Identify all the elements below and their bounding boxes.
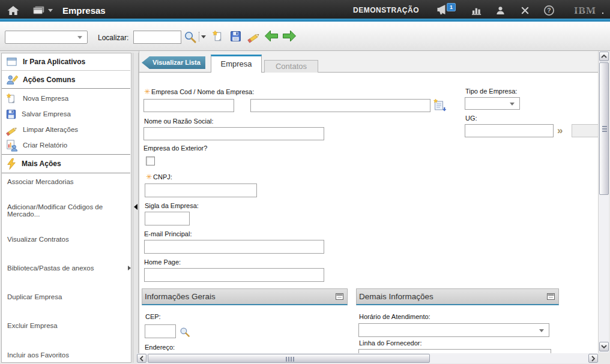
ug-input[interactable] [465,124,554,137]
save-button[interactable] [229,29,242,43]
empresa-cod-nome-label: ✳Empresa Cod / Nome da Empresa: [144,88,254,96]
chevron-down-icon [201,35,206,38]
collapse-sidebar-handle[interactable] [134,204,137,210]
sidebar-item-excluir-empresa[interactable]: Excluir Empresa [2,318,136,333]
user-icon [495,5,506,16]
new-document-icon [5,92,18,105]
home-button[interactable] [6,5,20,16]
application-window: Empresas DEMONSTRAÇÃO 1 ? IBM [0,0,610,364]
required-icon: ✳ [146,173,152,181]
nome-razao-label: Nome ou Razão Social: [144,118,214,125]
tab-empresa[interactable]: Empresa [211,55,262,73]
user-button[interactable] [495,5,506,16]
arrow-right-icon [282,29,297,43]
sidebar-item-associar-mercadorias[interactable]: Associar Mercadorias [2,175,136,189]
chevron-down-icon [510,103,515,106]
notification-badge: 1 [447,3,456,11]
horizontal-scrollbar[interactable] [137,353,598,363]
sidebar-item-criar-relatorio[interactable]: Criar Relatório [2,137,134,153]
lightning-icon [6,158,17,170]
vertical-scrollbar-thumb[interactable] [599,62,609,195]
scroll-up-button[interactable] [599,52,609,61]
empresa-nome-input[interactable] [250,99,430,112]
divider [2,154,130,155]
selected-value [465,100,468,107]
localizar-input[interactable] [133,31,181,44]
email-input[interactable] [144,240,324,254]
windows-stack-icon [32,5,46,16]
sidebar-item-visualizar-contratos[interactable]: Visualizar Contratos [2,232,136,246]
close-button[interactable] [520,5,530,15]
search-options-button[interactable] [199,32,208,41]
ug-expand-button[interactable]: » [557,127,563,135]
new-button[interactable] [211,29,225,43]
chevron-down-icon [48,9,53,12]
tipo-empresa-select[interactable] [465,97,520,110]
lookup-list-icon [432,98,447,113]
sidebar-item-ir-para-aplicativos[interactable]: Ir Para Aplicativos [2,53,134,70]
forward-button[interactable] [282,29,297,43]
sidebar-item-label: Biblioteca/Pastas de anexos [7,264,94,272]
context-combobox[interactable] [5,31,88,44]
sidebar-item-label: Salvar Empresa [22,110,71,118]
sigla-input[interactable] [145,212,190,225]
user-edit-icon [6,74,18,86]
homepage-input[interactable] [144,268,324,282]
vertical-scrollbar[interactable] [598,51,609,353]
empresa-exterior-label: Empresa do Exterior? [143,145,207,152]
sidebar-header-mais-acoes: Mais Ações [2,155,134,172]
horizontal-scrollbar-thumb[interactable] [148,354,430,363]
chevron-down-icon [539,329,544,332]
chevron-right-icon [591,356,595,362]
scroll-right-button[interactable] [588,354,598,363]
scroll-down-button[interactable] [599,342,609,351]
clear-button[interactable] [246,29,261,43]
nome-razao-input[interactable] [143,127,324,140]
empresa-cod-input[interactable] [143,99,234,112]
sidebar-splitter[interactable] [133,53,139,363]
bar-chart-icon [471,5,483,16]
submenu-arrow-icon [128,266,131,270]
sidebar-item-limpar-alteracoes[interactable]: Limpar Alterações [2,122,134,137]
tab-label: Empresa [220,59,252,68]
sidebar-item-duplicar-empresa[interactable]: Duplicar Empresa [2,290,136,304]
empresa-exterior-checkbox[interactable] [146,157,155,166]
empresa-lookup-button[interactable] [432,98,447,113]
sidebar-item-label: Excluir Empresa [7,322,58,329]
collapse-section-icon[interactable] [547,293,555,300]
search-button[interactable] [183,29,197,44]
scroll-left-button[interactable] [137,354,146,363]
section-title: Informações Gerais [145,292,216,301]
sidebar-item-adicionar-modificar-codigos[interactable]: Adicionar/Modificar Códigos de Mercado..… [2,203,136,218]
localizar-label: Localizar: [98,34,128,42]
environment-label: DEMONSTRAÇÃO [353,6,419,14]
app-switcher-button[interactable] [32,5,53,16]
sidebar-item-incluir-aos-favoritos[interactable]: Incluir aos Favoritos [2,348,136,362]
section-demais-informacoes: Demais Informações [356,288,559,305]
save-icon [5,109,17,120]
tab-contatos[interactable]: Contatos [264,60,318,73]
tab-label: Contatos [276,62,307,71]
horario-atendimento-select[interactable] [358,323,549,337]
sidebar-item-nova-empresa[interactable]: Nova Empresa [2,91,134,106]
divider [2,88,130,89]
back-button[interactable] [264,29,279,43]
window-icon [6,57,18,67]
sidebar-item-label: Nova Empresa [23,95,68,102]
sidebar-item-biblioteca-pastas-anexos[interactable]: Biblioteca/Pastas de anexos [2,261,136,275]
selected-value [359,326,361,333]
sidebar-item-label: Limpar Alterações [23,126,78,133]
form-panel [139,73,598,353]
collapse-section-icon[interactable] [336,293,343,300]
sidebar-item-label: Duplicar Empresa [7,293,62,300]
visualizar-lista-button[interactable]: Visualizar Lista [142,56,205,69]
toolbar [0,22,610,51]
help-button[interactable]: ? [543,4,555,16]
cep-input[interactable] [145,324,176,338]
search-icon [183,30,197,44]
sidebar-item-label: Incluir aos Favoritos [7,351,69,359]
cnpj-input[interactable] [145,183,257,197]
cep-search-button[interactable] [178,326,190,338]
reports-button[interactable] [471,5,483,16]
sidebar-item-salvar-empresa[interactable]: Salvar Empresa [2,106,134,122]
